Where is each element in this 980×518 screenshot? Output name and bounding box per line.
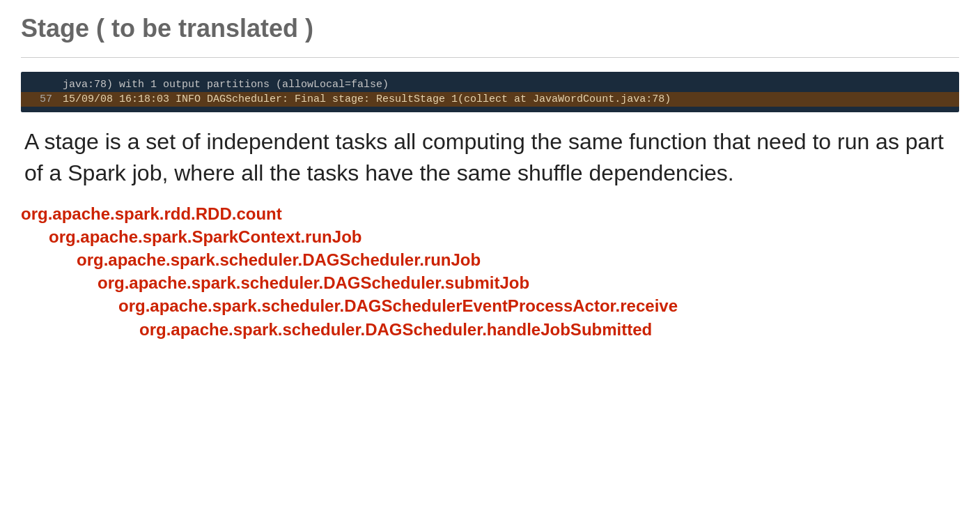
call-item-5: org.apache.spark.scheduler.DAGSchedulerE… bbox=[21, 295, 959, 317]
code-line-2: 57 15/09/08 16:18:03 INFO DAGScheduler: … bbox=[21, 92, 959, 107]
page-title: Stage ( to be translated ) bbox=[21, 14, 959, 43]
code-text-2: 15/09/08 16:18:03 INFO DAGScheduler: Fin… bbox=[63, 93, 671, 105]
call-stack: org.apache.spark.rdd.RDD.count org.apach… bbox=[21, 203, 959, 340]
call-item-4: org.apache.spark.scheduler.DAGScheduler.… bbox=[21, 272, 959, 294]
call-item-6: org.apache.spark.scheduler.DAGScheduler.… bbox=[21, 319, 959, 340]
call-item-2: org.apache.spark.SparkContext.runJob bbox=[21, 226, 959, 247]
code-line-1: java:78) with 1 output partitions (allow… bbox=[21, 77, 959, 92]
call-item-3: org.apache.spark.scheduler.DAGScheduler.… bbox=[21, 249, 959, 271]
code-text-1: java:78) with 1 output partitions (allow… bbox=[63, 79, 389, 91]
description-text: A stage is a set of independent tasks al… bbox=[21, 126, 959, 189]
code-block: java:78) with 1 output partitions (allow… bbox=[21, 72, 959, 112]
call-item-1: org.apache.spark.rdd.RDD.count bbox=[21, 203, 959, 224]
line-number-2: 57 bbox=[28, 93, 52, 105]
divider bbox=[21, 57, 959, 58]
